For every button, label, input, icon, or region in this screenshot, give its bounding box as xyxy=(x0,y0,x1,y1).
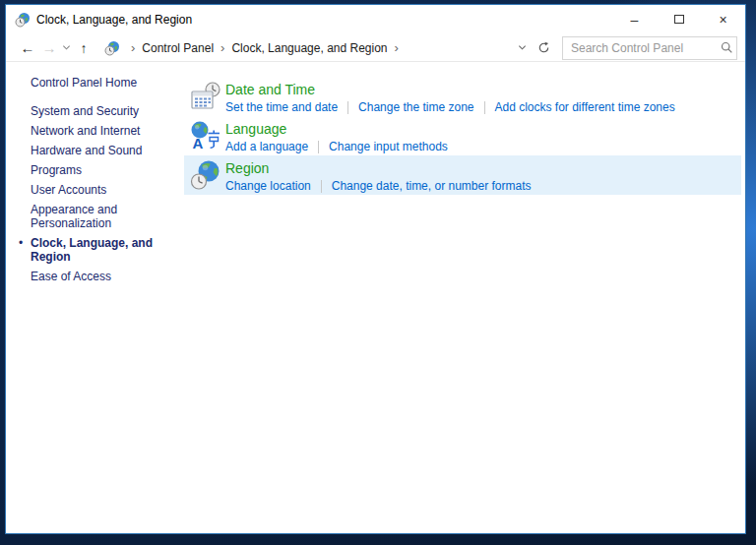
link-separator xyxy=(318,141,319,153)
maximize-button[interactable] xyxy=(657,5,701,33)
active-item-bullet: • xyxy=(19,236,23,250)
breadcrumb-separator: › xyxy=(124,40,142,55)
forward-icon: → xyxy=(42,40,57,55)
control-panel-window: Clock, Language, and Region – × ← → ↑ xyxy=(5,4,746,534)
region-row: Region Change location Change date, time… xyxy=(184,155,741,195)
search-icon[interactable] xyxy=(717,41,736,54)
close-button[interactable]: × xyxy=(701,5,745,33)
sidebar-item-programs[interactable]: Programs xyxy=(31,163,170,177)
language-tasks: Add a language Change input methods xyxy=(225,139,448,154)
region-tasks: Change location Change date, time, or nu… xyxy=(225,178,532,194)
sidebar-item-user-accounts[interactable]: User Accounts xyxy=(31,183,170,197)
link-separator xyxy=(321,180,322,193)
task-change-input-methods[interactable]: Change input methods xyxy=(329,139,448,154)
sidebar-item-clock-language-region[interactable]: • Clock, Language, and Region xyxy=(31,236,170,264)
minimize-icon: – xyxy=(631,12,639,28)
sidebar-item-ease-of-access[interactable]: Ease of Access xyxy=(31,270,170,283)
task-add-clocks[interactable]: Add clocks for different time zones xyxy=(495,99,675,115)
chevron-down-icon xyxy=(62,43,71,52)
recent-pages-button[interactable] xyxy=(59,35,73,61)
language-icon[interactable]: A xyxy=(190,120,221,151)
back-button[interactable]: ← xyxy=(16,35,39,61)
language-link[interactable]: Language xyxy=(225,121,448,138)
clock-region-app-icon xyxy=(15,12,31,28)
up-button[interactable]: ↑ xyxy=(73,35,94,61)
date-and-time-tasks: Set the time and date Change the time zo… xyxy=(225,99,675,115)
sidebar: Control Panel Home System and Security N… xyxy=(6,62,184,533)
close-icon: × xyxy=(719,12,726,28)
forward-button[interactable]: → xyxy=(39,35,59,61)
navigation-bar: ← → ↑ › Control Panel › Clock, Language,… xyxy=(6,34,745,62)
date-time-icon[interactable] xyxy=(190,81,221,112)
window-title: Clock, Language, and Region xyxy=(36,13,192,27)
language-row: A Language Add a language xyxy=(184,116,741,155)
task-change-time-zone[interactable]: Change the time zone xyxy=(358,99,473,115)
address-dropdown-button[interactable] xyxy=(511,35,533,61)
task-set-time-and-date[interactable]: Set the time and date xyxy=(225,99,338,115)
address-bar-tail xyxy=(511,35,554,61)
window-controls: – × xyxy=(612,5,745,34)
sidebar-item-appearance-and-personalization[interactable]: Appearance and Personalization xyxy=(31,203,170,230)
sidebar-item-hardware-and-sound[interactable]: Hardware and Sound xyxy=(31,144,170,157)
search-box xyxy=(562,36,737,60)
breadcrumb-control-panel[interactable]: Control Panel xyxy=(142,41,214,55)
address-bar[interactable]: › Control Panel › Clock, Language, and R… xyxy=(100,35,554,61)
breadcrumb-current-page[interactable]: Clock, Language, and Region xyxy=(231,41,387,55)
applet-list: Date and Time Set the time and date Chan… xyxy=(184,62,745,533)
sidebar-item-label: Clock, Language, and Region xyxy=(31,236,153,264)
titlebar: Clock, Language, and Region – × xyxy=(6,5,745,34)
breadcrumb-separator[interactable]: › xyxy=(388,40,406,55)
up-icon: ↑ xyxy=(81,41,88,55)
minimize-button[interactable]: – xyxy=(612,5,657,33)
svg-text:A: A xyxy=(193,135,204,151)
region-icon[interactable] xyxy=(190,159,221,191)
task-change-location[interactable]: Change location xyxy=(225,178,311,194)
content-area: Control Panel Home System and Security N… xyxy=(6,62,745,533)
date-and-time-row: Date and Time Set the time and date Chan… xyxy=(184,77,741,116)
refresh-button[interactable] xyxy=(533,35,554,61)
sidebar-control-panel-home[interactable]: Control Panel Home xyxy=(31,76,184,90)
chevron-down-icon xyxy=(518,43,527,52)
search-input[interactable] xyxy=(563,41,717,55)
sidebar-item-system-and-security[interactable]: System and Security xyxy=(31,104,170,118)
link-separator xyxy=(484,101,485,114)
link-separator xyxy=(347,101,348,114)
control-panel-icon xyxy=(104,40,120,56)
date-and-time-link[interactable]: Date and Time xyxy=(225,82,675,98)
task-add-language[interactable]: Add a language xyxy=(225,139,308,154)
refresh-icon xyxy=(537,41,550,54)
back-icon: ← xyxy=(21,40,35,55)
sidebar-item-network-and-internet[interactable]: Network and Internet xyxy=(31,124,170,138)
maximize-icon xyxy=(674,15,684,24)
region-link[interactable]: Region xyxy=(225,160,532,177)
task-change-formats[interactable]: Change date, time, or number formats xyxy=(332,178,532,194)
sidebar-category-list: System and Security Network and Internet… xyxy=(31,104,184,283)
breadcrumb-separator[interactable]: › xyxy=(214,40,231,55)
